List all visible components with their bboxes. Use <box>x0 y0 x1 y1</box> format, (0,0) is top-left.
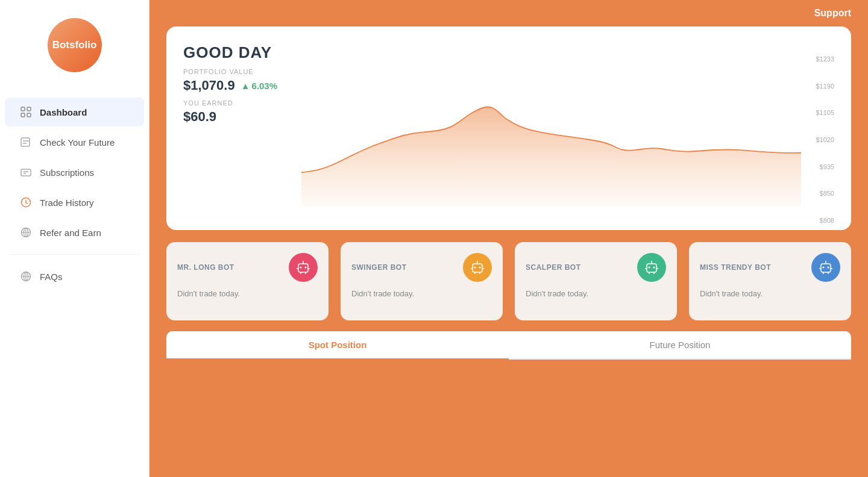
portfolio-card: GOOD DAY PORTFOLIO VALUE $1,070.9 ▲ 6.03… <box>166 26 851 230</box>
bot-name-miss-trendy: MISS TRENDY BOT <box>700 263 771 272</box>
portfolio-change: ▲ 6.03% <box>241 81 277 91</box>
chart-svg <box>301 49 801 206</box>
bot-name-scalper: SCALPER BOT <box>526 263 581 272</box>
nav-list: Dashboard Check Your Future Subscription… <box>0 96 149 292</box>
svg-rect-7 <box>21 169 31 176</box>
sidebar-item-faqs[interactable]: FAQs <box>5 262 144 291</box>
svg-rect-19 <box>298 264 308 272</box>
svg-point-48 <box>828 267 829 269</box>
svg-point-47 <box>823 267 825 269</box>
bot-card-mr-long[interactable]: MR. LONG BOT Didn't trade today. <box>166 242 329 320</box>
portfolio-chart: $1233 $1190 $1105 $1020 $935 $850 $808 <box>301 49 834 230</box>
sidebar-item-check-your-future[interactable]: Check Your Future <box>5 128 144 157</box>
svg-point-30 <box>479 267 481 269</box>
sidebar-item-label-subscriptions: Subscriptions <box>40 167 94 178</box>
svg-point-39 <box>653 267 655 269</box>
sidebar-item-subscriptions[interactable]: Subscriptions <box>5 158 144 187</box>
svg-rect-46 <box>821 264 831 272</box>
refer-icon <box>19 226 33 239</box>
sidebar-item-trade-history[interactable]: Trade History <box>5 188 144 217</box>
sidebar-item-refer-and-earn[interactable]: Refer and Earn <box>5 218 144 247</box>
svg-point-23 <box>303 261 304 262</box>
bot-status-swinger: Didn't trade today. <box>351 289 492 298</box>
bot-card-scalper[interactable]: SCALPER BOT Didn't trade today. <box>515 242 677 320</box>
portfolio-value: $1,070.9 <box>183 78 235 93</box>
bots-row: MR. LONG BOT Didn't trade today. SWINGER… <box>166 242 851 320</box>
earned-label: YOU EARNED <box>183 99 277 107</box>
support-link[interactable]: Support <box>814 8 851 19</box>
greeting: GOOD DAY <box>183 43 277 62</box>
sidebar-item-label-dashboard: Dashboard <box>40 107 87 117</box>
faqs-icon <box>19 270 33 283</box>
check-future-icon <box>19 136 33 149</box>
sidebar: Botsfolio Dashboard Check Your Future Su… <box>0 0 149 477</box>
bot-name-swinger: SWINGER BOT <box>351 263 407 272</box>
sidebar-item-label-trade-history: Trade History <box>40 198 93 208</box>
sidebar-item-dashboard[interactable]: Dashboard <box>5 98 144 126</box>
svg-point-50 <box>825 261 826 262</box>
logo-text: Botsfolio <box>52 39 97 51</box>
bot-icon-swinger <box>463 253 492 282</box>
top-bar: Support <box>149 0 868 26</box>
svg-point-20 <box>300 267 302 269</box>
svg-point-32 <box>477 261 478 262</box>
bot-card-swinger[interactable]: SWINGER BOT Didn't trade today. <box>341 242 503 320</box>
svg-rect-0 <box>21 107 25 111</box>
tabs-row: Spot Position Future Position <box>166 331 851 360</box>
bot-icon-scalper <box>637 253 666 282</box>
earned-value: $60.9 <box>183 109 277 125</box>
portfolio-label: PORTFOLIO VALUE <box>183 68 277 75</box>
main-content: Support GOOD DAY PORTFOLIO VALUE $1,070.… <box>149 0 868 477</box>
y-axis-labels: $1233 $1190 $1105 $1020 $935 $850 $808 <box>801 49 834 230</box>
sidebar-item-label-faqs: FAQs <box>40 272 63 282</box>
bot-status-miss-trendy: Didn't trade today. <box>700 289 840 298</box>
sidebar-item-label-check-your-future: Check Your Future <box>40 137 115 148</box>
sidebar-item-label-refer-and-earn: Refer and Earn <box>40 228 101 238</box>
trade-history-icon <box>19 196 33 209</box>
bot-status-scalper: Didn't trade today. <box>526 289 666 298</box>
bot-status-mr-long: Didn't trade today. <box>177 289 318 298</box>
up-arrow-icon: ▲ <box>241 81 250 91</box>
svg-point-21 <box>305 267 307 269</box>
bot-icon-mr-long <box>289 253 318 282</box>
svg-rect-28 <box>473 264 482 272</box>
svg-rect-2 <box>21 113 25 117</box>
sidebar-divider <box>10 254 139 255</box>
bot-icon-miss-trendy <box>811 253 840 282</box>
logo: Botsfolio <box>48 18 102 72</box>
bot-card-miss-trendy[interactable]: MISS TRENDY BOT Didn't trade today. <box>689 242 851 320</box>
subscriptions-icon <box>19 166 33 179</box>
svg-rect-4 <box>21 138 30 146</box>
svg-rect-37 <box>647 264 656 272</box>
dashboard-icon <box>19 105 33 119</box>
svg-point-41 <box>651 261 652 262</box>
tab-future-position[interactable]: Future Position <box>509 331 851 360</box>
svg-point-38 <box>649 267 650 269</box>
svg-point-29 <box>474 267 476 269</box>
tab-spot-position[interactable]: Spot Position <box>166 331 509 360</box>
bot-name-mr-long: MR. LONG BOT <box>177 263 234 272</box>
svg-rect-3 <box>27 113 31 117</box>
svg-rect-1 <box>27 107 31 111</box>
